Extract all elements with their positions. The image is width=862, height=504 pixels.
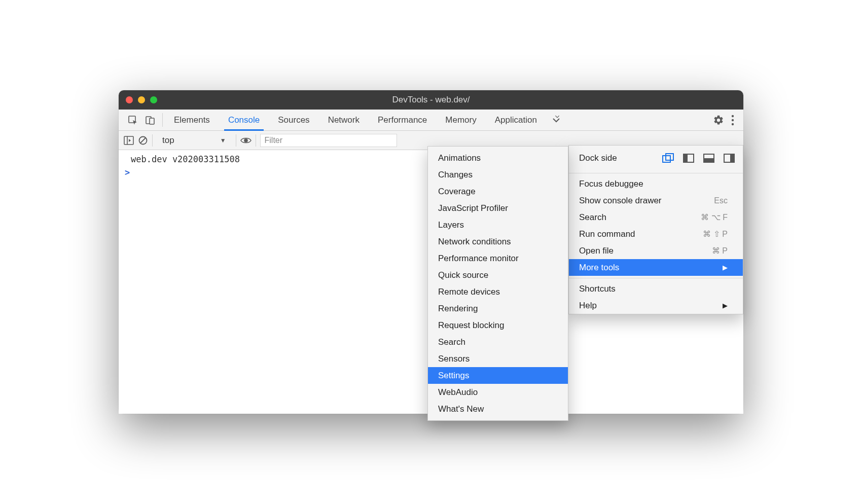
svg-rect-12 bbox=[684, 154, 687, 162]
menu-item-label: Quick source bbox=[438, 270, 488, 280]
execution-context-select[interactable]: top ▼ bbox=[157, 134, 232, 147]
submenu-item-layers[interactable]: Layers bbox=[428, 217, 568, 233]
menu-item-label: Focus debuggee bbox=[579, 179, 643, 189]
close-window-button[interactable] bbox=[126, 96, 133, 103]
dock-side-label: Dock side bbox=[579, 153, 617, 163]
menu-item-search[interactable]: Search ⌘ ⌥ F bbox=[569, 209, 743, 226]
menu-item-label: Sensors bbox=[438, 354, 470, 364]
menu-item-label: WebAudio bbox=[438, 387, 478, 398]
menu-item-label: Network conditions bbox=[438, 237, 511, 247]
window-title: DevTools - web.dev/ bbox=[119, 95, 743, 105]
menu-item-label: Layers bbox=[438, 220, 464, 230]
svg-rect-16 bbox=[731, 154, 734, 162]
tab-label: Sources bbox=[278, 115, 309, 125]
menu-item-show-console-drawer[interactable]: Show console drawer Esc bbox=[569, 192, 743, 209]
menu-item-more-tools[interactable]: More tools ▶ bbox=[569, 259, 743, 276]
more-tabs-icon[interactable] bbox=[546, 110, 566, 130]
submenu-item-coverage[interactable]: Coverage bbox=[428, 183, 568, 200]
submenu-item-rendering[interactable]: Rendering bbox=[428, 300, 568, 317]
tab-label: Performance bbox=[378, 115, 427, 125]
submenu-item-animations[interactable]: Animations bbox=[428, 150, 568, 166]
menu-item-label: Settings bbox=[438, 371, 469, 381]
tab-console[interactable]: Console bbox=[219, 110, 269, 130]
menu-item-label: Help bbox=[579, 301, 597, 311]
menu-item-label: Show console drawer bbox=[579, 196, 662, 206]
inspect-element-icon[interactable] bbox=[128, 115, 138, 125]
menu-item-label: Run command bbox=[579, 229, 635, 239]
devtools-tabstrip: Elements Console Sources Network Perform… bbox=[119, 110, 743, 131]
dock-bottom-icon[interactable] bbox=[702, 153, 715, 164]
menu-item-focus-debuggee[interactable]: Focus debuggee bbox=[569, 175, 743, 192]
menu-item-label: Shortcuts bbox=[579, 284, 616, 294]
console-sidebar-toggle-icon[interactable] bbox=[124, 136, 134, 145]
submenu-item-search[interactable]: Search bbox=[428, 334, 568, 350]
dock-undock-icon[interactable] bbox=[662, 153, 675, 164]
tab-label: Network bbox=[328, 115, 360, 125]
chevron-down-icon: ▼ bbox=[220, 137, 226, 144]
tab-application[interactable]: Application bbox=[486, 110, 546, 130]
submenu-item-js-profiler[interactable]: JavaScript Profiler bbox=[428, 200, 568, 217]
clear-console-icon[interactable] bbox=[138, 135, 148, 146]
svg-rect-9 bbox=[663, 156, 670, 162]
menu-item-shortcuts[interactable]: Shortcuts bbox=[569, 280, 743, 297]
menu-item-label: Search bbox=[579, 212, 606, 223]
tab-label: Memory bbox=[445, 115, 476, 125]
submenu-item-performance-monitor[interactable]: Performance monitor bbox=[428, 250, 568, 267]
settings-gear-icon[interactable] bbox=[713, 115, 724, 126]
menu-item-label: More tools bbox=[579, 263, 619, 273]
menu-item-label: Rendering bbox=[438, 304, 478, 314]
submenu-item-quick-source[interactable]: Quick source bbox=[428, 267, 568, 283]
menu-item-label: What's New bbox=[438, 404, 484, 414]
context-value: top bbox=[162, 135, 174, 146]
menu-item-label: Open file bbox=[579, 246, 614, 256]
traffic-lights bbox=[119, 96, 157, 103]
svg-rect-10 bbox=[666, 154, 673, 160]
submenu-item-settings[interactable]: Settings bbox=[428, 367, 568, 384]
submenu-item-request-blocking[interactable]: Request blocking bbox=[428, 317, 568, 334]
menu-item-shortcut: ⌘ ⌥ F bbox=[701, 212, 728, 222]
submenu-item-network-conditions[interactable]: Network conditions bbox=[428, 233, 568, 250]
device-toolbar-icon[interactable] bbox=[145, 115, 155, 125]
tab-memory[interactable]: Memory bbox=[436, 110, 485, 130]
more-tools-submenu: Animations Changes Coverage JavaScript P… bbox=[427, 146, 568, 421]
svg-point-3 bbox=[732, 115, 734, 117]
svg-rect-2 bbox=[150, 118, 154, 124]
menu-item-label: Search bbox=[438, 337, 465, 347]
dock-right-icon[interactable] bbox=[723, 153, 736, 164]
minimize-window-button[interactable] bbox=[138, 96, 145, 103]
submenu-item-sensors[interactable]: Sensors bbox=[428, 350, 568, 367]
submenu-item-whats-new[interactable]: What's New bbox=[428, 401, 568, 417]
devtools-window: DevTools - web.dev/ bbox=[119, 90, 743, 414]
live-expression-eye-icon[interactable] bbox=[240, 136, 252, 145]
tab-label: Application bbox=[495, 115, 537, 125]
svg-point-4 bbox=[732, 119, 734, 121]
submenu-item-remote-devices[interactable]: Remote devices bbox=[428, 283, 568, 300]
console-filter-input[interactable] bbox=[260, 134, 397, 147]
dock-left-icon[interactable] bbox=[682, 153, 695, 164]
menu-item-shortcut: Esc bbox=[714, 196, 728, 205]
zoom-window-button[interactable] bbox=[150, 96, 157, 103]
menu-item-label: Changes bbox=[438, 170, 473, 180]
tab-performance[interactable]: Performance bbox=[369, 110, 436, 130]
menu-item-label: JavaScript Profiler bbox=[438, 203, 508, 213]
menu-item-label: Animations bbox=[438, 153, 481, 163]
menu-item-open-file[interactable]: Open file ⌘ P bbox=[569, 242, 743, 259]
svg-rect-14 bbox=[704, 159, 714, 162]
titlebar: DevTools - web.dev/ bbox=[119, 90, 743, 110]
tab-label: Console bbox=[228, 115, 260, 125]
tab-sources[interactable]: Sources bbox=[269, 110, 318, 130]
tab-elements[interactable]: Elements bbox=[165, 110, 219, 130]
submenu-item-webaudio[interactable]: WebAudio bbox=[428, 384, 568, 401]
submenu-item-changes[interactable]: Changes bbox=[428, 166, 568, 183]
menu-item-run-command[interactable]: Run command ⌘ ⇧ P bbox=[569, 226, 743, 242]
tab-network[interactable]: Network bbox=[319, 110, 369, 130]
submenu-arrow-icon: ▶ bbox=[723, 264, 728, 271]
menu-item-label: Remote devices bbox=[438, 287, 500, 297]
menu-item-help[interactable]: Help ▶ bbox=[569, 297, 743, 314]
menu-item-shortcut: ⌘ P bbox=[712, 246, 728, 256]
menu-item-label: Coverage bbox=[438, 187, 476, 197]
submenu-arrow-icon: ▶ bbox=[723, 302, 728, 309]
svg-point-8 bbox=[244, 139, 247, 142]
devtools-tabs: Elements Console Sources Network Perform… bbox=[165, 110, 546, 130]
kebab-menu-icon[interactable] bbox=[731, 115, 734, 126]
